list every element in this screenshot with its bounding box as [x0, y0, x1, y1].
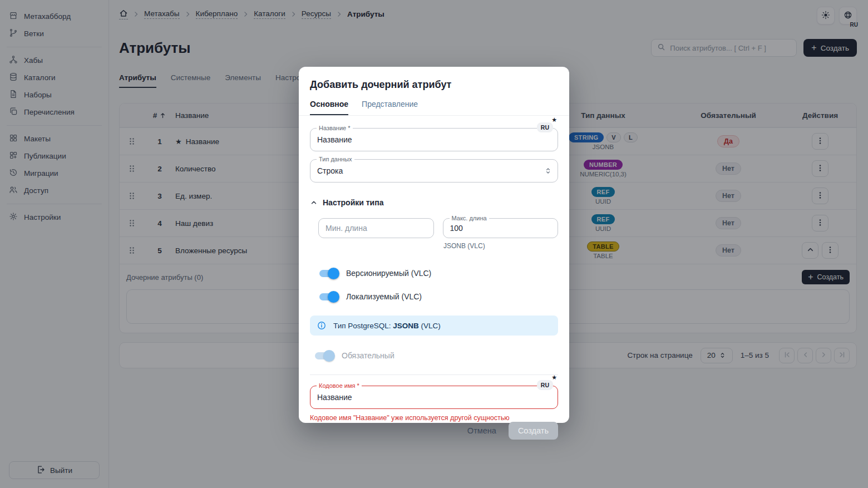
data-type-value: Строка [310, 166, 544, 175]
modal-title: Добавить дочерний атрибут [299, 67, 569, 91]
localized-toggle[interactable] [319, 293, 337, 300]
add-child-attribute-modal: Добавить дочерний атрибут Основное Предс… [299, 67, 569, 423]
code-name-label: Кодовое имя * [317, 382, 362, 389]
required-toggle-row: Обязательный [310, 351, 558, 360]
name-field-label: Название * [317, 125, 353, 131]
localized-toggle-label: Локализуемый (VLC) [346, 292, 422, 301]
cancel-button[interactable]: Отмена [465, 423, 499, 438]
type-settings-title: Настройки типа [323, 198, 383, 207]
modal-tab-presentation[interactable]: Представление [362, 100, 418, 115]
star-icon: ★ [551, 374, 557, 381]
code-name-field: Кодовое имя * RU ★ [310, 386, 558, 409]
submit-button: Создать [509, 422, 558, 440]
max-length-label: Макс. длина [450, 215, 489, 221]
modal-tabs: Основное Представление [299, 91, 569, 116]
data-type-label: Тип данных [317, 156, 354, 162]
modal-divider [310, 374, 558, 375]
star-icon: ★ [551, 116, 557, 124]
modal-body: Название * RU ★ Тип данных Строка Настро… [299, 116, 569, 422]
required-toggle-label: Обязательный [342, 351, 394, 360]
postgres-type-text: Тип PostgreSQL: JSONB (VLC) [333, 322, 441, 330]
name-input[interactable] [310, 135, 558, 144]
data-type-select[interactable]: Тип данных Строка [310, 159, 558, 183]
postgres-type-banner: Тип PostgreSQL: JSONB (VLC) [310, 316, 558, 336]
localized-toggle-row: Локализуемый (VLC) [310, 292, 558, 301]
unfold-icon [544, 167, 552, 175]
max-length-helper: JSONB (VLC) [310, 242, 558, 250]
min-length-input[interactable] [319, 224, 433, 233]
app-root: Метахабборд Ветки Хабы Каталоги Наборы П… [0, 0, 868, 488]
info-icon [317, 321, 326, 330]
max-length-field: Макс. длина [443, 218, 559, 238]
code-name-input[interactable] [310, 393, 558, 402]
name-field-language-badge[interactable]: RU [537, 122, 553, 132]
code-name-error: Кодовое имя "Название" уже используется … [310, 414, 558, 422]
chevron-up-icon [310, 199, 318, 206]
min-length-field [318, 218, 434, 238]
length-fields-row: Макс. длина [310, 218, 558, 238]
versioned-toggle-label: Версионируемый (VLC) [346, 269, 431, 278]
versioned-toggle[interactable] [319, 270, 337, 277]
max-length-input[interactable] [443, 224, 558, 233]
code-name-language-badge[interactable]: RU [537, 380, 553, 390]
type-settings-collapse-header[interactable]: Настройки типа [310, 198, 558, 207]
versioned-toggle-row: Версионируемый (VLC) [310, 269, 558, 278]
modal-footer: Отмена Создать [299, 422, 569, 453]
required-toggle [315, 352, 333, 359]
name-field: Название * RU ★ [310, 128, 558, 151]
modal-tab-main[interactable]: Основное [310, 100, 348, 115]
